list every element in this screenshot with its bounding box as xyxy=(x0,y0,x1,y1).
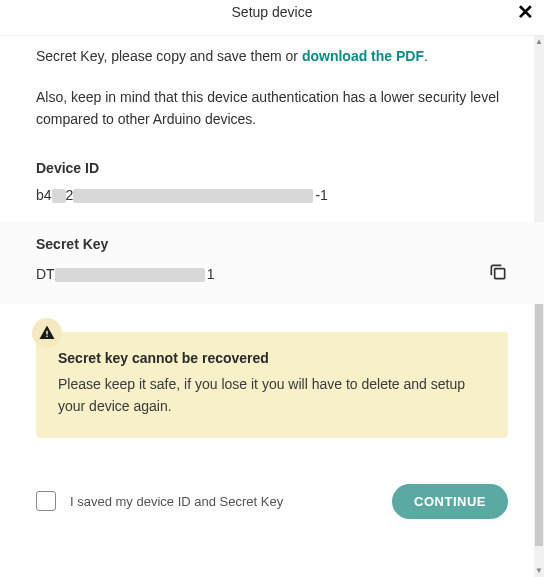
alert-box: Secret key cannot be recovered Please ke… xyxy=(36,332,508,437)
svg-rect-1 xyxy=(46,331,48,335)
warning-icon xyxy=(32,318,62,348)
secret-key-value: DT1 xyxy=(36,265,214,283)
setup-device-modal: Setup device ✕ ▲ ▼ Secret Key, please co… xyxy=(0,0,544,577)
device-id-value: b42-1 xyxy=(36,186,508,204)
device-id-label: Device ID xyxy=(36,160,508,176)
download-pdf-link[interactable]: download the PDF xyxy=(302,48,424,64)
secret-key-prefix: DT xyxy=(36,266,55,282)
secret-key-suffix: 1 xyxy=(207,266,215,282)
confirm-checkbox[interactable] xyxy=(36,491,56,511)
intro-prefix: Secret Key, please copy and save them or xyxy=(36,48,302,64)
copy-icon[interactable] xyxy=(488,262,508,286)
security-note: Also, keep in mind that this device auth… xyxy=(36,86,508,131)
device-id-section: Device ID b42-1 xyxy=(36,160,508,204)
redacted-block xyxy=(55,268,205,282)
scroll-down-arrow[interactable]: ▼ xyxy=(534,565,544,577)
device-id-suffix: -1 xyxy=(315,187,327,203)
footer-row: I saved my device ID and Secret Key CONT… xyxy=(36,484,508,519)
device-id-mid: 2 xyxy=(66,187,74,203)
alert-text: Please keep it safe, if you lose it you … xyxy=(58,374,488,417)
intro-text: Secret Key, please copy and save them or… xyxy=(36,46,508,68)
confirm-checkbox-label: I saved my device ID and Secret Key xyxy=(70,494,378,509)
modal-title: Setup device xyxy=(232,4,313,20)
modal-header: Setup device ✕ xyxy=(0,0,544,36)
secret-key-label: Secret Key xyxy=(36,236,508,252)
close-button[interactable]: ✕ xyxy=(517,2,534,22)
redacted-block xyxy=(52,189,66,203)
alert-title: Secret key cannot be recovered xyxy=(58,350,488,366)
device-id-prefix: b4 xyxy=(36,187,52,203)
redacted-block xyxy=(73,189,313,203)
svg-rect-0 xyxy=(495,269,505,279)
scroll-up-arrow[interactable]: ▲ xyxy=(534,36,544,48)
continue-button[interactable]: CONTINUE xyxy=(392,484,508,519)
svg-rect-2 xyxy=(46,336,48,338)
scrollbar[interactable]: ▲ ▼ xyxy=(534,36,544,577)
intro-suffix: . xyxy=(424,48,428,64)
secret-key-section: Secret Key DT1 xyxy=(0,222,544,304)
